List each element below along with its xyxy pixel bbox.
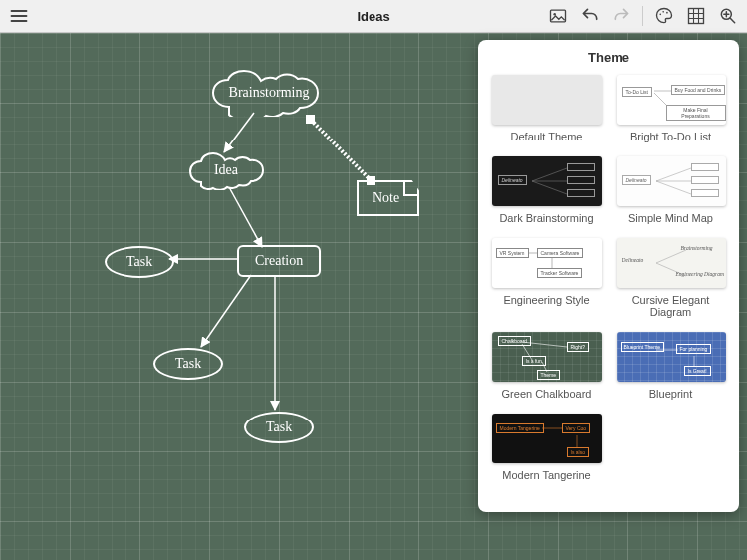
image-icon[interactable] <box>547 5 569 27</box>
theme-tangerine[interactable]: Modern Tangerine Very Coo Is also Modern… <box>490 414 603 481</box>
theme-panel: Theme Default Theme To-Do List Buy Food … <box>478 40 739 512</box>
svg-line-13 <box>532 181 567 194</box>
node-brainstorming[interactable]: Brainstorming <box>209 69 329 117</box>
theme-label: Modern Tangerine <box>490 469 603 481</box>
theme-label: Default Theme <box>490 131 603 142</box>
redo-icon[interactable] <box>611 5 632 27</box>
theme-label: Green Chalkboard <box>490 388 603 400</box>
node-label: Task <box>266 420 292 435</box>
theme-cursive[interactable]: Delineato Brainstorming Engineering Diag… <box>615 238 727 318</box>
svg-line-14 <box>656 168 691 181</box>
theme-thumbnail: Delineato Brainstorming Engineering Diag… <box>617 238 726 288</box>
node-idea[interactable]: Idea <box>187 150 265 190</box>
theme-thumbnail: Blueprint Theme For planning Is Great! <box>617 332 726 382</box>
undo-icon[interactable] <box>579 5 601 27</box>
theme-engineering[interactable]: VR System Camera Software Tracker Softwa… <box>490 238 603 318</box>
node-task-3[interactable]: Task <box>244 412 314 443</box>
theme-thumbnail: Modern Tangerine Very Coo Is also <box>492 414 602 463</box>
svg-point-3 <box>662 11 664 13</box>
node-task-1[interactable]: Task <box>105 246 174 278</box>
theme-icon[interactable] <box>653 5 675 27</box>
node-label: Task <box>175 356 201 372</box>
toolbar: Ideas <box>0 0 747 33</box>
node-label: Creation <box>255 253 303 269</box>
menu-icon[interactable] <box>8 5 30 27</box>
theme-thumbnail <box>492 75 602 125</box>
svg-line-16 <box>656 181 691 194</box>
theme-dark[interactable]: Delineato Dark Brainstorming <box>490 156 603 224</box>
theme-thumbnail: To-Do List Buy Food and Drinks Make Fina… <box>617 75 726 125</box>
svg-line-11 <box>532 168 567 181</box>
svg-rect-0 <box>551 10 566 22</box>
theme-thumbnail: Delineato <box>617 156 726 206</box>
svg-rect-5 <box>689 9 704 24</box>
theme-label: Cursive Elegant Diagram <box>615 294 727 318</box>
zoom-icon[interactable] <box>717 5 739 27</box>
node-label: Idea <box>214 162 238 178</box>
theme-simple[interactable]: Delineato Simple Mind Map <box>615 156 727 224</box>
node-label: Task <box>126 254 152 270</box>
theme-label: Bright To-Do List <box>615 131 727 142</box>
panel-title: Theme <box>490 50 727 65</box>
theme-label: Engineering Style <box>490 294 603 306</box>
node-label: Brainstorming <box>229 85 310 101</box>
theme-thumbnail: Chalkboard Right? Is a fun Theme <box>492 332 602 382</box>
theme-default[interactable]: Default Theme <box>490 75 603 142</box>
toolbar-separator <box>642 6 643 26</box>
theme-label: Blueprint <box>615 388 727 400</box>
svg-point-4 <box>666 12 668 14</box>
svg-point-2 <box>659 14 661 16</box>
theme-blueprint[interactable]: Blueprint Theme For planning Is Great! B… <box>615 332 727 400</box>
node-creation[interactable]: Creation <box>237 245 321 277</box>
node-label: Note <box>373 190 399 205</box>
theme-label: Simple Mind Map <box>615 212 727 224</box>
theme-thumbnail: VR System Camera Software Tracker Softwa… <box>492 238 602 288</box>
theme-label: Dark Brainstorming <box>490 212 603 224</box>
theme-bright-todo[interactable]: To-Do List Buy Food and Drinks Make Fina… <box>615 75 727 142</box>
grid-icon[interactable] <box>685 5 707 27</box>
theme-thumbnail: Delineato <box>492 156 602 206</box>
node-note[interactable]: Note <box>357 180 419 216</box>
theme-green-chalkboard[interactable]: Chalkboard Right? Is a fun Theme Green C… <box>490 332 603 400</box>
node-task-2[interactable]: Task <box>153 348 223 380</box>
svg-line-19 <box>656 250 686 263</box>
